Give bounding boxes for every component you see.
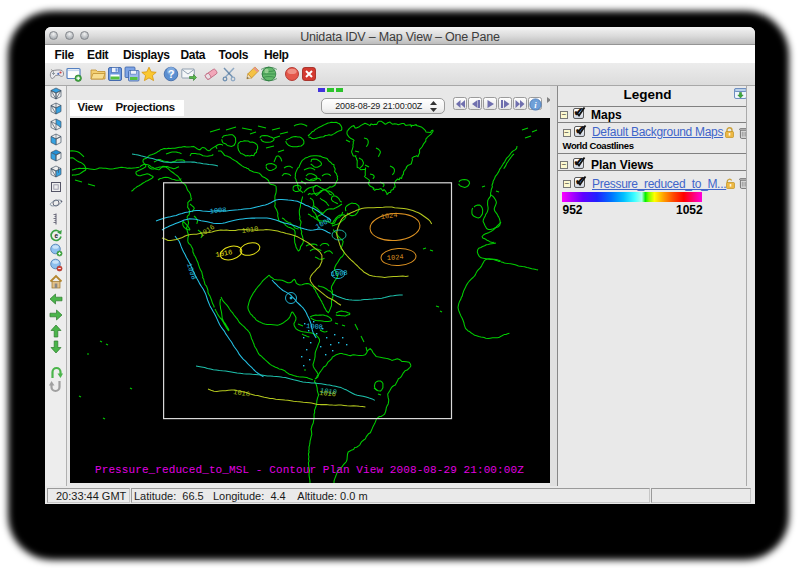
svg-text:?: ? bbox=[168, 68, 175, 80]
svg-text:Pressure_reduced_to_MSL - Cont: Pressure_reduced_to_MSL - Contour Plan V… bbox=[95, 463, 524, 475]
svg-text:1010: 1010 bbox=[241, 224, 259, 234]
svg-text:1016: 1016 bbox=[233, 388, 251, 398]
svg-text:1016: 1016 bbox=[215, 248, 233, 259]
svg-text:1016: 1016 bbox=[319, 389, 336, 398]
svg-text:1008: 1008 bbox=[185, 262, 198, 280]
svg-text:1008: 1008 bbox=[331, 268, 348, 277]
svg-text:e: e bbox=[55, 232, 59, 239]
svg-text:1008: 1008 bbox=[209, 205, 227, 215]
svg-text:1024: 1024 bbox=[387, 252, 404, 261]
svg-text:1008: 1008 bbox=[306, 322, 323, 331]
svg-text:1016: 1016 bbox=[198, 222, 216, 238]
svg-text:1024: 1024 bbox=[380, 210, 398, 220]
